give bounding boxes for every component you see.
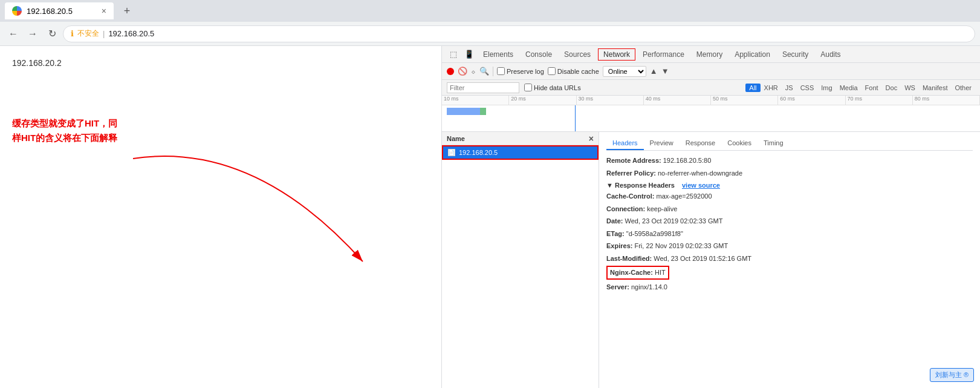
tab-performance[interactable]: Performance xyxy=(638,48,689,61)
hide-data-urls-checkbox[interactable]: Hide data URLs xyxy=(524,84,581,91)
timeline-bar-area xyxy=(442,105,980,132)
timeline-mark-80: 80 ms xyxy=(913,96,980,105)
filter-bar: Hide data URLs All XHR JS CSS Img Media … xyxy=(442,80,980,96)
refresh-button[interactable]: ↻ xyxy=(44,25,60,42)
referrer-policy-key: Referrer Policy: xyxy=(606,169,658,177)
annotation-arrow xyxy=(133,140,375,274)
filter-type-xhr[interactable]: XHR xyxy=(761,84,782,92)
request-item-icon: 📄 xyxy=(448,149,455,156)
tab-network[interactable]: Network xyxy=(598,48,635,61)
filter-type-css[interactable]: CSS xyxy=(797,84,818,92)
response-headers-title: ▼ Response Headers view source xyxy=(606,182,973,189)
nginx-cache-highlight: Nginx-Cache: HIT xyxy=(606,266,669,280)
hide-data-urls-label: Hide data URLs xyxy=(534,84,581,91)
server-value: nginx/1.14.0 xyxy=(631,283,667,291)
request-item[interactable]: 📄 192.168.20.5 xyxy=(442,145,599,160)
tab-security[interactable]: Security xyxy=(777,48,813,61)
timeline-ruler: 10 ms 20 ms 30 ms 40 ms 50 ms 60 ms 70 m… xyxy=(442,96,980,105)
filter-type-doc[interactable]: Doc xyxy=(882,84,901,92)
toolbar-separator xyxy=(493,67,493,76)
page-content: 192.168.20.2 缓存类型就变成了HIT，同样HIT的含义将在下面解释 xyxy=(0,46,441,388)
headers-tab-timing[interactable]: Timing xyxy=(758,137,790,150)
tab-favicon-icon xyxy=(12,6,22,16)
throttle-select[interactable]: Online Fast 3G Slow 3G Offline xyxy=(603,66,646,77)
record-button[interactable] xyxy=(447,68,454,75)
request-list-header: Name × xyxy=(442,132,599,145)
address-bar[interactable]: ℹ 不安全 | 192.168.20.5 xyxy=(63,25,975,42)
expires-key: Expires: xyxy=(606,242,634,249)
etag-value: "d-5958a2a9981f8" xyxy=(626,230,683,237)
referrer-policy-value: no-referrer-when-downgrade xyxy=(658,169,742,177)
disable-cache-label: Disable cache xyxy=(557,68,599,75)
cache-control-key: Cache-Control: xyxy=(606,192,657,200)
network-list-area: Name × 📄 192.168.20.5 Headers Preview Re… xyxy=(442,132,980,388)
filter-types: All XHR JS CSS Img Media Font Doc WS Man… xyxy=(745,84,975,92)
timeline-mark-10: 10 ms xyxy=(442,96,509,105)
headers-tab-response[interactable]: Response xyxy=(680,137,722,150)
upload-icon: ▲ xyxy=(650,67,658,76)
tab-application[interactable]: Application xyxy=(730,48,775,61)
annotation-area: 缓存类型就变成了HIT，同样HIT的含义将在下面解释 xyxy=(12,116,429,145)
last-modified-row: Last-Modified: Wed, 23 Oct 2019 01:52:16… xyxy=(606,254,973,264)
clear-button[interactable]: 🚫 xyxy=(458,67,467,76)
nginx-cache-value: HIT xyxy=(655,269,666,276)
connection-value: keep-alive xyxy=(647,205,677,212)
tab-audits[interactable]: Audits xyxy=(816,48,845,61)
download-icon: ▼ xyxy=(661,67,669,76)
view-source-link[interactable]: view source xyxy=(682,182,720,189)
filter-button[interactable]: ⬦ xyxy=(471,67,476,76)
request-item-name: 192.168.20.5 xyxy=(459,149,498,156)
filter-type-manifest[interactable]: Manifest xyxy=(919,84,952,92)
devtools-topbar: ⬚ 📱 Elements Console Sources Network Per… xyxy=(442,46,980,63)
new-tab-button[interactable]: + xyxy=(118,2,135,19)
search-button[interactable]: 🔍 xyxy=(479,67,489,76)
timeline-mark-20: 20 ms xyxy=(509,96,576,105)
tab-sources[interactable]: Sources xyxy=(559,48,595,61)
back-button[interactable]: ← xyxy=(5,25,22,42)
nginx-cache-row: Nginx-Cache: HIT xyxy=(606,266,973,280)
browser-tab[interactable]: 192.168.20.5 × xyxy=(5,2,114,19)
filter-type-img[interactable]: Img xyxy=(817,84,836,92)
filter-type-other[interactable]: Other xyxy=(951,84,975,92)
headers-tab-cookies[interactable]: Cookies xyxy=(721,137,758,150)
main-content: 192.168.20.2 缓存类型就变成了HIT，同样HIT的含义将在下面解释 … xyxy=(0,46,980,388)
filter-type-js[interactable]: JS xyxy=(782,84,797,92)
page-ip-text: 192.168.20.2 xyxy=(12,58,429,68)
connection-key: Connection: xyxy=(606,205,647,212)
filter-type-all[interactable]: All xyxy=(745,84,760,92)
date-key: Date: xyxy=(606,217,625,225)
tab-memory[interactable]: Memory xyxy=(692,48,727,61)
headers-tab-preview[interactable]: Preview xyxy=(644,137,680,150)
date-value: Wed, 23 Oct 2019 02:02:33 GMT xyxy=(625,217,723,225)
filter-type-media[interactable]: Media xyxy=(836,84,862,92)
last-modified-value: Wed, 23 Oct 2019 01:52:16 GMT xyxy=(654,255,751,262)
devtools-panel: ⬚ 📱 Elements Console Sources Network Per… xyxy=(441,46,980,388)
etag-key: ETag: xyxy=(606,230,626,237)
response-headers-toggle[interactable]: ▼ Response Headers xyxy=(606,182,675,189)
tab-close-button[interactable]: × xyxy=(102,6,106,16)
insecure-label: 不安全 xyxy=(77,28,99,39)
filter-type-ws[interactable]: WS xyxy=(901,84,919,92)
filter-input[interactable] xyxy=(447,82,519,93)
headers-tab-headers[interactable]: Headers xyxy=(606,137,644,150)
device-toolbar-button[interactable]: 📱 xyxy=(462,48,476,61)
preserve-log-checkbox[interactable]: Preserve log xyxy=(497,67,544,75)
timeline-vertical-line xyxy=(575,105,576,132)
expires-row: Expires: Fri, 22 Nov 2019 02:02:33 GMT xyxy=(606,241,973,251)
timeline-mark-30: 30 ms xyxy=(577,96,644,105)
close-panel-button[interactable]: × xyxy=(589,134,594,143)
name-column-header: Name xyxy=(447,135,465,142)
etag-row: ETag: "d-5958a2a9981f8" xyxy=(606,229,973,239)
tab-elements[interactable]: Elements xyxy=(478,48,518,61)
forward-button[interactable]: → xyxy=(24,25,41,42)
referrer-policy-row: Referrer Policy: no-referrer-when-downgr… xyxy=(606,168,973,179)
connection-row: Connection: keep-alive xyxy=(606,204,973,214)
expires-value: Fri, 22 Nov 2019 02:02:33 GMT xyxy=(634,242,728,249)
disable-cache-checkbox[interactable]: Disable cache xyxy=(548,67,599,75)
watermark: 刘新与主 ® xyxy=(930,368,974,382)
server-key: Server: xyxy=(606,283,631,291)
filter-type-font[interactable]: Font xyxy=(862,84,882,92)
inspect-element-button[interactable]: ⬚ xyxy=(447,48,460,61)
tab-console[interactable]: Console xyxy=(521,48,557,61)
timeline-blue-bar xyxy=(447,108,480,115)
